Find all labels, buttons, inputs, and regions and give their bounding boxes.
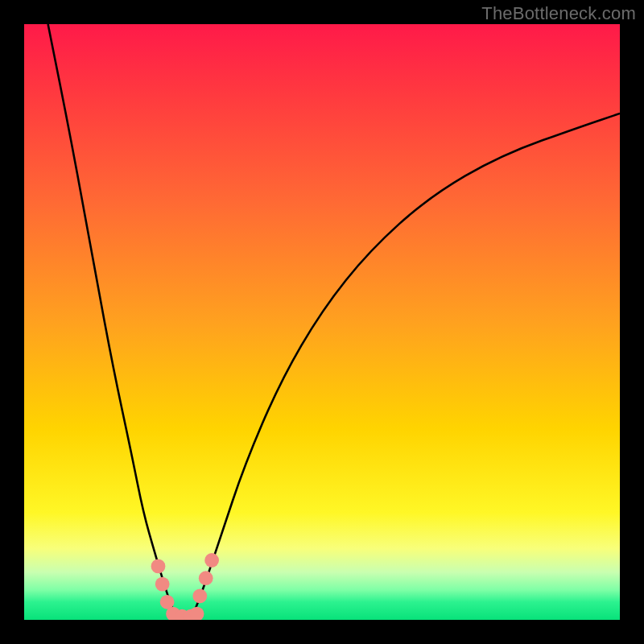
valley-markers	[151, 553, 219, 620]
dot-l2	[155, 577, 170, 592]
curve-layer	[24, 24, 620, 620]
dot-r1	[192, 589, 207, 604]
dot-r2	[199, 571, 213, 585]
plot-area	[24, 24, 620, 620]
dot-b4	[190, 607, 204, 620]
watermark-text: TheBottleneck.com	[481, 3, 636, 24]
curve-left-branch	[48, 24, 180, 620]
curve-right-branch	[191, 114, 620, 620]
dot-r3	[204, 553, 219, 568]
dot-l1	[151, 559, 166, 574]
outer-frame: TheBottleneck.com	[0, 0, 644, 644]
